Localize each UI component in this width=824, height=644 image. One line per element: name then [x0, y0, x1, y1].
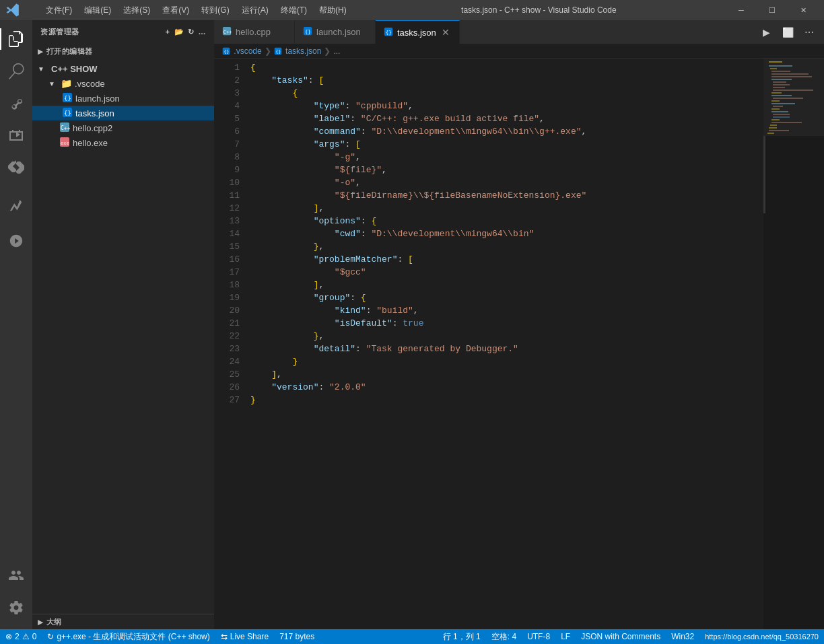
menu-edit[interactable]: 编辑(E) [79, 3, 116, 17]
menu-help[interactable]: 帮助(H) [314, 3, 352, 17]
tab-launch-json-label: launch.json [316, 27, 361, 37]
line-number-17: 17 [214, 266, 248, 279]
line-number-4: 4 [214, 100, 248, 112]
error-count: 2 [15, 632, 20, 641]
account-activity-icon[interactable] [0, 559, 32, 592]
hello-cpp-label: hello.cpp [73, 123, 108, 133]
warning-count: 0 [32, 632, 37, 641]
project-root[interactable]: ▼ C++ SHOW [32, 61, 214, 76]
new-folder-icon[interactable]: 📂 [174, 28, 184, 36]
tasks-json-item[interactable]: {} tasks.json [32, 106, 214, 120]
run-button[interactable]: ▶ [757, 23, 776, 42]
line-number-14: 14 [214, 227, 248, 240]
breadcrumb-sep-2: ❯ [324, 46, 331, 56]
csdn-link[interactable]: https://blog.csdn.net/qq_50316270 [699, 629, 824, 644]
language-status[interactable]: JSON with Comments [576, 629, 666, 644]
main-layout: 资源管理器 + 📂 ↻ … ▶ 打开的编辑器 ▼ C++ SHOW ▼ 📁 [0, 20, 824, 629]
svg-text:C++: C++ [61, 125, 70, 131]
minimize-button[interactable]: ─ [726, 0, 757, 20]
code-line-12: ], [248, 202, 754, 215]
outline-label: 大纲 [46, 617, 62, 627]
outline-header[interactable]: ▶ 大纲 [32, 614, 214, 629]
sidebar-header: 资源管理器 + 📂 ↻ … [32, 20, 214, 44]
open-editors-arrow: ▶ [38, 48, 44, 55]
launch-json-item[interactable]: {} launch.json [32, 91, 214, 106]
status-bar: ⊗ 2 ⚠ 0 ↻ g++.exe - 生成和调试活动文件 (C++ show)… [0, 629, 824, 644]
scrollbar-track[interactable] [754, 59, 763, 629]
code-line-10: "-o", [248, 176, 754, 189]
code-content[interactable]: { "tasks": [ { "type": "cppbuild", "labe… [248, 59, 754, 629]
search-activity-icon[interactable] [0, 55, 32, 87]
tab-hello-cpp-icon: C++ [222, 26, 232, 38]
settings-activity-icon[interactable] [0, 592, 32, 624]
menu-file[interactable]: 文件(F) [40, 3, 77, 17]
breadcrumb-vscode[interactable]: {} .vscode [222, 46, 262, 56]
menu-view[interactable]: 查看(V) [157, 3, 195, 17]
run-debug-activity-icon[interactable] [0, 120, 32, 152]
hello-exe-item[interactable]: exe hello.exe [32, 135, 214, 150]
live-share-status[interactable]: ⇆ Live Share [215, 629, 274, 644]
extensions-activity-icon[interactable] [0, 152, 32, 184]
vscode-folder[interactable]: ▼ 📁 .vscode [32, 76, 214, 91]
code-editor[interactable]: 1234567891011121314151617181920212223242… [214, 59, 824, 629]
sidebar-title: 资源管理器 [40, 27, 79, 37]
status-right: 行 1，列 1 空格: 4 UTF-8 LF JSON with Comment… [438, 629, 824, 644]
svg-text:{}: {} [224, 49, 229, 55]
hello-cpp-item[interactable]: C++ hello.cpp 2 [32, 120, 214, 135]
sync-status[interactable]: ↻ g++.exe - 生成和调试活动文件 (C++ show) [42, 629, 215, 644]
root-arrow: ▼ [38, 65, 48, 73]
tasks-json-label: tasks.json [75, 108, 114, 118]
breadcrumb-tasks-json[interactable]: {} tasks.json [274, 46, 322, 56]
menu-run[interactable]: 运行(A) [236, 3, 274, 17]
breadcrumb-ellipsis[interactable]: ... [333, 46, 340, 56]
breadcrumb: {} .vscode ❯ {} tasks.json ❯ ... [214, 44, 824, 59]
project-tree: ▼ C++ SHOW ▼ 📁 .vscode {} launch.json {} [32, 59, 214, 153]
split-editor-button[interactable]: ⬜ [778, 23, 797, 42]
csdn-link-text: https://blog.csdn.net/qq_50316270 [705, 633, 819, 641]
launch-json-label: launch.json [75, 94, 120, 104]
app-icon [5, 3, 20, 17]
explorer-activity-icon[interactable] [0, 23, 32, 55]
live-share-label: Live Share [230, 632, 269, 641]
position-text: 行 1，列 1 [443, 631, 481, 643]
svg-text:{}: {} [305, 29, 311, 35]
remote-activity-icon[interactable] [0, 225, 32, 257]
menu-select[interactable]: 选择(S) [118, 3, 156, 17]
project-name: C++ SHOW [51, 64, 98, 74]
spaces-status[interactable]: 空格: 4 [486, 629, 522, 644]
menu-goto[interactable]: 转到(G) [196, 3, 234, 17]
svg-text:{}: {} [275, 49, 281, 55]
line-ending-status[interactable]: LF [555, 629, 576, 644]
new-file-icon[interactable]: + [166, 28, 170, 36]
open-editors-section[interactable]: ▶ 打开的编辑器 [32, 44, 214, 59]
menu-terminal[interactable]: 终端(T) [275, 3, 312, 17]
collapse-all-icon[interactable]: … [199, 28, 207, 36]
test-activity-icon[interactable] [0, 190, 32, 222]
tab-hello-cpp[interactable]: C++ hello.cpp [214, 20, 295, 44]
encoding-text: UTF-8 [527, 632, 550, 641]
line-number-2: 2 [214, 74, 248, 87]
live-share-icon: ⇆ [221, 632, 228, 641]
errors-status[interactable]: ⊗ 2 ⚠ 0 [0, 629, 42, 644]
code-line-2: "tasks": [ [248, 74, 754, 87]
platform-status[interactable]: Win32 [666, 629, 699, 644]
line-number-8: 8 [214, 151, 248, 164]
code-line-25: ], [248, 368, 754, 381]
source-control-activity-icon[interactable] [0, 87, 32, 120]
position-status[interactable]: 行 1，列 1 [438, 629, 486, 644]
line-number-10: 10 [214, 176, 248, 189]
code-line-8: "-g", [248, 151, 754, 164]
error-icon: ⊗ [5, 632, 12, 641]
maximize-button[interactable]: ☐ [757, 0, 788, 20]
tab-tasks-json-close[interactable]: ✕ [440, 27, 451, 38]
encoding-status[interactable]: UTF-8 [522, 629, 555, 644]
close-button[interactable]: ✕ [788, 0, 819, 20]
line-number-1: 1 [214, 61, 248, 74]
file-size-status[interactable]: 717 bytes [274, 629, 320, 644]
more-actions-button[interactable]: ⋯ [800, 23, 819, 42]
line-number-9: 9 [214, 164, 248, 176]
refresh-icon[interactable]: ↻ [188, 28, 195, 36]
language-text: JSON with Comments [581, 632, 660, 641]
tab-tasks-json[interactable]: {} tasks.json ✕ [376, 20, 460, 44]
tab-launch-json[interactable]: {} launch.json [295, 20, 376, 44]
